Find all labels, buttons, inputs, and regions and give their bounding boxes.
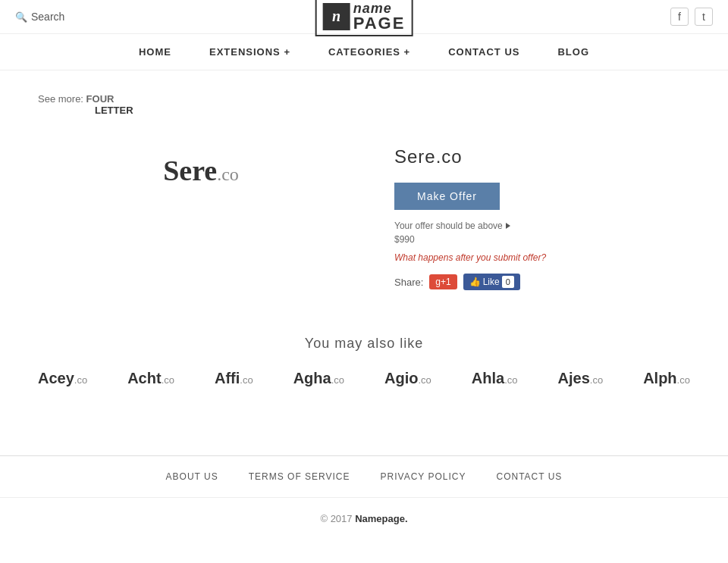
share-label: Share: (394, 277, 423, 288)
see-more-value1[interactable]: FOUR (86, 93, 115, 105)
nav-home[interactable]: HOME (139, 46, 171, 58)
offer-amount: $990 (394, 234, 690, 245)
product-info: Sere.co Make Offer Your offer should be … (394, 139, 690, 290)
facebook-like-button[interactable]: 👍 Like 0 (463, 274, 520, 290)
offer-hint: Your offer should be above (394, 221, 690, 231)
logo-text: name PAGE (353, 2, 406, 32)
twitter-icon[interactable]: t (695, 8, 713, 26)
arrow-right-icon (506, 223, 510, 229)
domain-item-0[interactable]: Acey.co (38, 370, 87, 387)
main-nav: HOME EXTENSIONS + CATEGORIES + CONTACT U… (0, 34, 728, 70)
svg-text:n: n (332, 8, 340, 24)
domain-grid: Acey.co Acht.co Affi.co Agha.co Agio.co … (38, 370, 690, 387)
product-full-name: Sere.co (394, 146, 690, 167)
site-logo[interactable]: n name PAGE (315, 0, 413, 36)
see-more-prefix: See more: (38, 93, 83, 105)
share-row: Share: g+1 👍 Like 0 (394, 274, 690, 290)
domain-item-5[interactable]: Ahla.co (472, 370, 518, 387)
fb-count: 0 (502, 276, 514, 288)
nav-contact[interactable]: CONTACT US (448, 46, 519, 58)
domain-item-4[interactable]: Agio.co (384, 370, 431, 387)
social-icons: f t (670, 8, 713, 26)
facebook-icon[interactable]: f (670, 8, 689, 26)
domain-item-2[interactable]: Affi.co (215, 370, 253, 387)
product-display-name: Sere.co (163, 154, 239, 187)
logo-page: PAGE (353, 15, 406, 32)
also-like-section: You may also like Acey.co Acht.co Affi.c… (38, 336, 690, 387)
product-image: Sere.co (38, 139, 364, 202)
product-tld-text: .co (217, 164, 239, 184)
domain-item-3[interactable]: Agha.co (293, 370, 344, 387)
thumbs-icon: 👍 (469, 277, 481, 287)
google-plus-button[interactable]: g+1 (429, 274, 457, 289)
make-offer-button[interactable]: Make Offer (394, 183, 500, 210)
search-label: Search (31, 11, 64, 23)
offer-info-link[interactable]: What happens after you submit offer? (394, 252, 690, 263)
breadcrumb: See more: FOUR LETTER (38, 93, 690, 116)
footer-terms[interactable]: TERMS OF SERVICE (249, 471, 350, 482)
footer-nav: ABOUT US TERMS OF SERVICE PRIVACY POLICY… (0, 456, 728, 498)
domain-item-7[interactable]: Alph.co (643, 370, 690, 387)
search-icon: 🔍 (15, 11, 27, 23)
footer-privacy[interactable]: PRIVACY POLICY (381, 471, 466, 482)
header: 🔍 Search n name PAGE f t (0, 0, 728, 34)
nav-extensions[interactable]: EXTENSIONS + (209, 46, 290, 58)
also-like-title: You may also like (38, 336, 690, 352)
footer-brand-link[interactable]: Namepage. (355, 513, 407, 524)
footer-about[interactable]: ABOUT US (166, 471, 218, 482)
see-more-value2[interactable]: LETTER (95, 105, 690, 116)
product-name-text: Sere (163, 155, 217, 186)
nav-blog[interactable]: BLOG (557, 46, 589, 58)
domain-item-6[interactable]: Ajes.co (558, 370, 604, 387)
footer-contact[interactable]: CONTACT US (496, 471, 562, 482)
footer-copyright: © 2017 Namepage. (0, 498, 728, 540)
domain-item-1[interactable]: Acht.co (127, 370, 174, 387)
logo-icon: n (323, 3, 350, 30)
product-section: Sere.co Sere.co Make Offer Your offer sh… (38, 139, 690, 290)
main-content: See more: FOUR LETTER Sere.co Sere.co Ma… (23, 70, 705, 440)
search-button[interactable]: 🔍 Search (15, 11, 64, 23)
nav-categories[interactable]: CATEGORIES + (328, 46, 410, 58)
